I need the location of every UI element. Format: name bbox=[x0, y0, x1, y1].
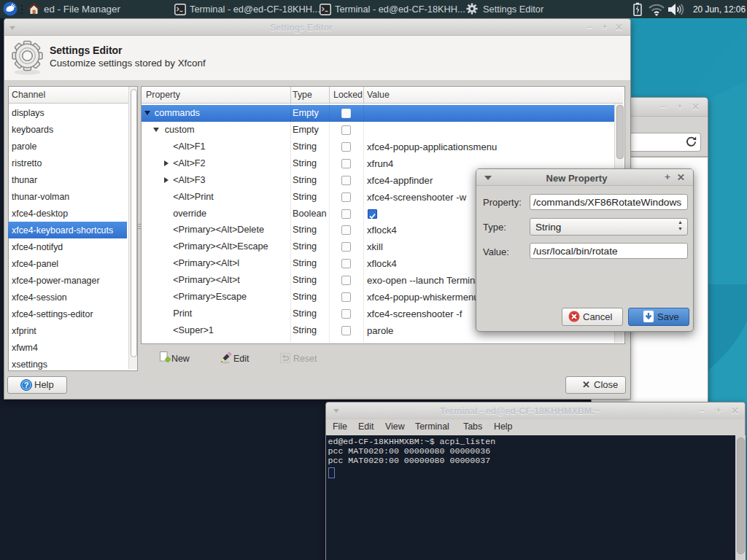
svg-text:?: ? bbox=[24, 381, 29, 389]
